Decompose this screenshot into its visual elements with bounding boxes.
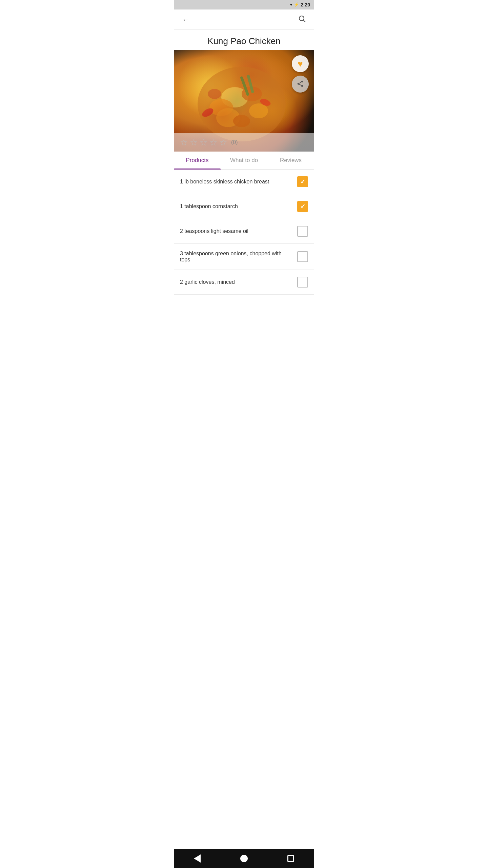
signal-icon: ⚡ xyxy=(294,2,299,7)
favorite-button[interactable]: ♥ xyxy=(292,55,309,72)
recipe-image-container: ♥ ☆ ☆ ☆ ☆ ☆ (0) xyxy=(174,50,314,152)
share-icon xyxy=(297,80,304,88)
tab-what-to-do[interactable]: What to do xyxy=(221,152,267,169)
wifi-icon: ▾ xyxy=(290,2,292,7)
star-2[interactable]: ☆ xyxy=(190,137,198,148)
back-button[interactable]: ← xyxy=(180,13,191,26)
ingredient-checkbox-4[interactable] xyxy=(297,251,308,262)
tabs-container: Products What to do Reviews xyxy=(174,152,314,170)
share-button[interactable] xyxy=(292,76,309,93)
ingredient-item: 1 tablespoon cornstarch xyxy=(174,194,314,219)
ingredient-text: 2 teaspoons light sesame oil xyxy=(180,228,297,234)
search-button[interactable] xyxy=(296,13,308,27)
nav-back-button[interactable] xyxy=(189,850,206,867)
ingredient-text: 1 lb boneless skinless chicken breast xyxy=(180,179,297,185)
search-icon xyxy=(298,16,306,24)
ingredient-item: 3 tablespoons green onions, chopped with… xyxy=(174,244,314,270)
ingredient-text: 3 tablespoons green onions, chopped with… xyxy=(180,251,297,263)
ingredient-checkbox-5[interactable] xyxy=(297,277,308,288)
ingredient-checkbox-1[interactable] xyxy=(297,176,308,187)
ingredient-text: 2 garlic cloves, minced xyxy=(180,279,297,285)
tab-products[interactable]: Products xyxy=(174,152,221,169)
star-4[interactable]: ☆ xyxy=(209,137,217,148)
ingredient-item: 2 garlic cloves, minced xyxy=(174,270,314,295)
svg-point-9 xyxy=(233,115,250,127)
heart-icon: ♥ xyxy=(298,59,303,69)
star-1[interactable]: ☆ xyxy=(180,137,188,148)
nav-home-button[interactable] xyxy=(236,850,252,867)
svg-point-8 xyxy=(208,89,221,99)
ingredient-checkbox-3[interactable] xyxy=(297,226,308,237)
star-5[interactable]: ☆ xyxy=(219,137,227,148)
svg-line-17 xyxy=(299,84,301,85)
svg-line-18 xyxy=(299,82,301,83)
recipe-title: Kung Pao Chicken xyxy=(174,30,314,50)
top-nav: ← xyxy=(174,9,314,30)
svg-line-1 xyxy=(304,20,306,22)
nav-recent-button[interactable] xyxy=(282,850,299,867)
ingredient-item: 2 teaspoons light sesame oil xyxy=(174,219,314,244)
svg-point-7 xyxy=(249,103,268,118)
ingredient-checkbox-2[interactable] xyxy=(297,201,308,212)
rating-row: ☆ ☆ ☆ ☆ ☆ (0) xyxy=(174,133,314,152)
status-time: 2:20 xyxy=(301,2,310,7)
svg-point-0 xyxy=(299,16,304,21)
back-triangle-icon xyxy=(194,854,201,863)
tab-reviews[interactable]: Reviews xyxy=(267,152,314,169)
back-icon: ← xyxy=(182,15,189,24)
rating-count: (0) xyxy=(231,139,238,145)
svg-point-16 xyxy=(301,85,303,87)
svg-point-14 xyxy=(301,80,303,82)
recent-square-icon xyxy=(287,855,294,862)
svg-point-15 xyxy=(298,83,300,85)
status-bar: ▾ ⚡ 2:20 xyxy=(174,0,314,9)
ingredient-item: 1 lb boneless skinless chicken breast xyxy=(174,170,314,194)
status-icons: ▾ ⚡ 2:20 xyxy=(290,2,310,7)
bottom-nav xyxy=(174,849,314,868)
star-3[interactable]: ☆ xyxy=(200,137,207,148)
ingredient-text: 1 tablespoon cornstarch xyxy=(180,203,297,210)
home-circle-icon xyxy=(240,855,248,862)
ingredients-list: 1 lb boneless skinless chicken breast 1 … xyxy=(174,170,314,849)
